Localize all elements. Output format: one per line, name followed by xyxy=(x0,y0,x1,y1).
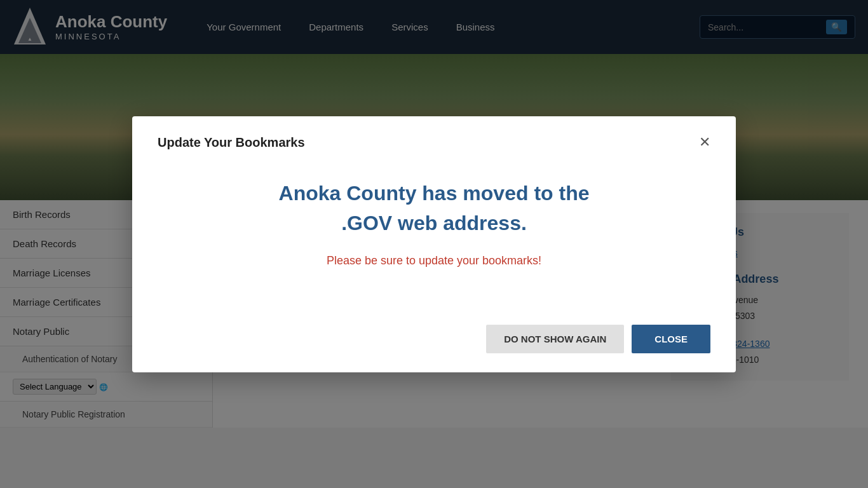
modal-overlay[interactable]: Update Your Bookmarks ✕ Anoka County has… xyxy=(0,0,868,428)
do-not-show-again-button[interactable]: DO NOT SHOW AGAIN xyxy=(486,325,624,353)
modal-header: Update Your Bookmarks ✕ xyxy=(158,135,710,150)
modal-x-close-button[interactable]: ✕ xyxy=(699,135,710,149)
modal-title: Update Your Bookmarks xyxy=(158,135,305,150)
modal-actions: DO NOT SHOW AGAIN CLOSE xyxy=(158,325,710,353)
modal-notice: Please be sure to update your bookmarks! xyxy=(158,254,710,268)
modal-body: Anoka County has moved to the .GOV web a… xyxy=(158,169,710,318)
modal-heading-line1: Anoka County has moved to the xyxy=(158,182,710,205)
modal-heading-line2: .GOV web address. xyxy=(158,212,710,235)
modal-close-button[interactable]: CLOSE xyxy=(632,325,710,353)
modal-dialog: Update Your Bookmarks ✕ Anoka County has… xyxy=(132,116,736,372)
